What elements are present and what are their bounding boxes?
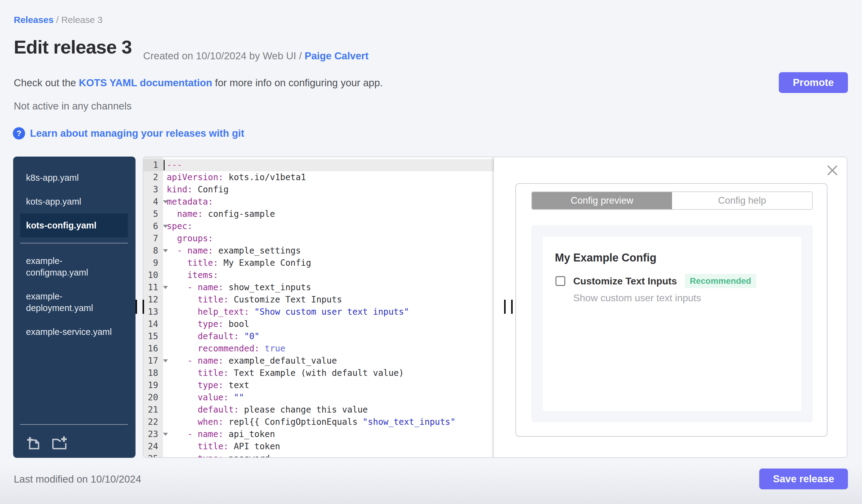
breadcrumb: Releases / Release 3 bbox=[14, 15, 103, 25]
line-number: 15 bbox=[143, 330, 163, 343]
file-plus-icon bbox=[25, 435, 42, 451]
editor-line-17[interactable]: 17 - name: example_default_value bbox=[143, 355, 494, 367]
fold-arrow-icon[interactable] bbox=[163, 359, 168, 362]
save-release-button[interactable]: Save release bbox=[759, 468, 848, 489]
file-list-divider bbox=[20, 243, 128, 243]
add-file-button[interactable] bbox=[25, 435, 42, 451]
created-meta: Created on 10/10/2024 by Web UI / Paige … bbox=[143, 50, 369, 62]
editor-line-2[interactable]: 2apiVersion: kots.io/v1beta1 bbox=[143, 171, 494, 184]
file-label: kots-config.yaml bbox=[26, 220, 96, 231]
line-content[interactable]: title: Customize Text Inputs bbox=[163, 294, 494, 306]
file-label: example-service.yaml bbox=[26, 326, 112, 337]
breadcrumb-separator: / bbox=[53, 15, 61, 25]
line-content[interactable]: default: please change this value bbox=[163, 404, 494, 416]
preview-resize-handle[interactable] bbox=[504, 300, 513, 314]
fold-arrow-icon[interactable] bbox=[163, 200, 168, 203]
line-content[interactable]: when: repl{{ ConfigOptionEquals "show_te… bbox=[163, 416, 494, 428]
line-content[interactable]: recommended: true bbox=[163, 343, 494, 355]
sidebar-file-kots-app.yaml[interactable]: kots-app.yaml bbox=[13, 190, 135, 213]
editor-line-1[interactable]: 1--- bbox=[143, 159, 494, 171]
yaml-editor[interactable]: 1---2apiVersion: kots.io/v1beta13kind: C… bbox=[143, 157, 494, 457]
sidebar-file-example-configmap.yaml[interactable]: example-configmap.yaml bbox=[13, 249, 135, 284]
line-content[interactable]: default: "0" bbox=[163, 330, 494, 343]
line-content[interactable]: - name: example_settings bbox=[163, 245, 494, 257]
fold-arrow-icon[interactable] bbox=[163, 433, 168, 436]
editor-line-20[interactable]: 20 value: "" bbox=[143, 392, 494, 404]
line-number: 25 bbox=[143, 453, 163, 458]
line-content[interactable]: - name: show_text_inputs bbox=[163, 281, 494, 294]
editor-line-11[interactable]: 11 - name: show_text_inputs bbox=[143, 281, 494, 294]
tab-config-preview[interactable]: Config preview bbox=[532, 192, 672, 209]
editor-line-21[interactable]: 21 default: please change this value bbox=[143, 404, 494, 416]
sidebar-actions bbox=[13, 430, 135, 451]
editor-line-13[interactable]: 13 help_text: "Show custom user text inp… bbox=[143, 306, 494, 318]
line-number: 16 bbox=[143, 343, 163, 355]
author-link[interactable]: Paige Calvert bbox=[305, 50, 369, 62]
line-content[interactable]: name: config-sample bbox=[163, 208, 494, 220]
line-content[interactable]: apiVersion: kots.io/v1beta1 bbox=[163, 171, 494, 184]
editor-line-8[interactable]: 8 - name: example_settings bbox=[143, 245, 494, 257]
line-content[interactable]: items: bbox=[163, 269, 494, 281]
kots-yaml-doc-link[interactable]: KOTS YAML documentation bbox=[79, 77, 212, 88]
breadcrumb-releases-link[interactable]: Releases bbox=[14, 15, 53, 25]
sidebar-file-example-deployment.yaml[interactable]: example-deployment.yaml bbox=[13, 284, 135, 320]
editor-line-4[interactable]: 4metadata: bbox=[143, 196, 494, 208]
add-folder-button[interactable] bbox=[50, 435, 68, 451]
config-area: My Example Config Customize Text Inputs … bbox=[531, 225, 813, 422]
sidebar-resize-handle[interactable] bbox=[135, 300, 144, 314]
line-content[interactable]: title: Text Example (with default value) bbox=[163, 367, 494, 379]
sidebar-file-kots-config.yaml[interactable]: kots-config.yaml bbox=[20, 213, 128, 237]
editor-line-9[interactable]: 9 title: My Example Config bbox=[143, 257, 494, 269]
line-content[interactable]: help_text: "Show custom user text inputs… bbox=[163, 306, 494, 318]
tab-config-help[interactable]: Config help bbox=[672, 192, 812, 209]
editor-line-10[interactable]: 10 items: bbox=[143, 269, 494, 281]
editor-line-23[interactable]: 23 - name: api_token bbox=[143, 428, 494, 440]
line-content[interactable]: title: My Example Config bbox=[163, 257, 494, 269]
editor-line-18[interactable]: 18 title: Text Example (with default val… bbox=[143, 367, 494, 379]
editor-line-16[interactable]: 16 recommended: true bbox=[143, 343, 494, 355]
line-number: 3 bbox=[143, 184, 163, 196]
editor-line-5[interactable]: 5 name: config-sample bbox=[143, 208, 494, 220]
line-content[interactable]: metadata: bbox=[163, 196, 494, 208]
editor-line-19[interactable]: 19 type: text bbox=[143, 379, 494, 392]
editor-line-14[interactable]: 14 type: bool bbox=[143, 318, 494, 330]
file-label: kots-app.yaml bbox=[26, 196, 81, 207]
line-content[interactable]: value: "" bbox=[163, 392, 494, 404]
line-number: 5 bbox=[143, 208, 163, 220]
created-meta-text: Created on 10/10/2024 by Web UI / bbox=[143, 50, 305, 62]
line-content[interactable]: kind: Config bbox=[163, 184, 494, 196]
fold-arrow-icon[interactable] bbox=[163, 286, 168, 289]
editor-line-25[interactable]: 25 type: password bbox=[143, 453, 494, 458]
line-number: 4 bbox=[143, 196, 163, 208]
line-number: 21 bbox=[143, 404, 163, 416]
editor-line-7[interactable]: 7 groups: bbox=[143, 233, 494, 245]
breadcrumb-current: Release 3 bbox=[61, 15, 103, 25]
fold-arrow-icon[interactable] bbox=[163, 249, 168, 252]
customize-text-inputs-checkbox[interactable] bbox=[556, 276, 565, 286]
line-content[interactable]: - name: example_default_value bbox=[163, 355, 494, 367]
line-content[interactable]: title: API token bbox=[163, 440, 494, 453]
editor-line-15[interactable]: 15 default: "0" bbox=[143, 330, 494, 343]
line-number: 8 bbox=[143, 245, 163, 257]
line-content[interactable]: --- bbox=[163, 159, 494, 171]
close-icon[interactable] bbox=[826, 164, 839, 177]
editor-line-12[interactable]: 12 title: Customize Text Inputs bbox=[143, 294, 494, 306]
line-content[interactable]: - name: api_token bbox=[163, 428, 494, 440]
line-content[interactable]: groups: bbox=[163, 233, 494, 245]
line-content[interactable]: spec: bbox=[163, 220, 494, 233]
editor-line-3[interactable]: 3kind: Config bbox=[143, 184, 494, 196]
line-content[interactable]: type: text bbox=[163, 379, 494, 392]
doc-line-after: for more info on configuring your app. bbox=[212, 77, 383, 88]
line-content[interactable]: type: password bbox=[163, 453, 494, 458]
editor-line-24[interactable]: 24 title: API token bbox=[143, 440, 494, 453]
line-number: 17 bbox=[143, 355, 163, 367]
line-content[interactable]: type: bool bbox=[163, 318, 494, 330]
git-help-link[interactable]: Learn about managing your releases with … bbox=[30, 128, 244, 139]
channel-status: Not active in any channels bbox=[14, 100, 132, 112]
editor-line-6[interactable]: 6spec: bbox=[143, 220, 494, 233]
promote-button[interactable]: Promote bbox=[779, 72, 848, 93]
editor-line-22[interactable]: 22 when: repl{{ ConfigOptionEquals "show… bbox=[143, 416, 494, 428]
sidebar-file-example-service.yaml[interactable]: example-service.yaml bbox=[13, 320, 135, 344]
fold-arrow-icon[interactable] bbox=[163, 225, 168, 228]
sidebar-file-k8s-app.yaml[interactable]: k8s-app.yaml bbox=[13, 166, 135, 190]
